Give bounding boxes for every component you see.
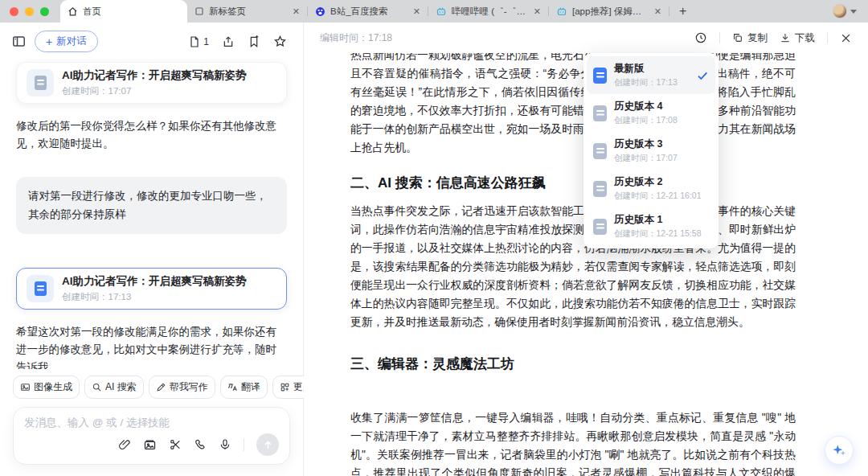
- message-input-box[interactable]: [13, 407, 290, 465]
- document-card-time: 创建时间：17:07: [62, 85, 247, 97]
- skill-image-generation[interactable]: 图像生成: [13, 375, 80, 399]
- document-icon: [593, 143, 607, 159]
- browser-profile[interactable]: [833, 0, 868, 23]
- plus-icon: +: [46, 36, 52, 47]
- favorite-star-icon[interactable]: [273, 35, 287, 48]
- check-icon: [696, 69, 709, 82]
- send-button[interactable]: [256, 433, 279, 456]
- ai-assistant-floating-button[interactable]: [825, 436, 854, 465]
- tab-close-icon[interactable]: ✕: [412, 6, 421, 17]
- document-icon: [593, 181, 607, 197]
- skill-label: 翻译: [241, 380, 260, 394]
- version-history-icon[interactable]: [694, 31, 707, 44]
- user-message: 请对第一段进行修改，修改的更加专业口吻一些，其余的部分保持原样: [16, 177, 287, 234]
- window-controls: [0, 0, 60, 23]
- download-document-button[interactable]: 下载: [780, 31, 815, 45]
- new-chat-button[interactable]: + 新对话: [35, 31, 98, 52]
- skill-ai-search[interactable]: AI 搜索: [84, 375, 144, 399]
- composer-toolbar: [24, 433, 279, 456]
- tab-close-icon[interactable]: ✕: [292, 6, 301, 17]
- tab-close-icon[interactable]: ✕: [533, 6, 542, 17]
- image-icon: [20, 382, 31, 392]
- skill-label: 帮我写作: [170, 380, 208, 394]
- assistant-message: 修改后的第一段你觉得怎么样？如果你还有其他修改意见，欢迎随时提出。: [16, 117, 287, 153]
- tab-bilibili[interactable]: 哔哩哔哩 (゜-゜)つロ ✕: [428, 0, 549, 23]
- tab-label: [app推荐] 保姆级英文: [572, 6, 649, 18]
- version-time: 创建时间：17:07: [614, 153, 678, 164]
- share-icon[interactable]: [222, 35, 235, 48]
- screenshot-scissors-icon[interactable]: [169, 438, 182, 451]
- browser-tabbar: 首页 新标签页 ✕ B站_百度搜索 ✕ 哔哩哔哩 (゜-゜)つロ ✕: [0, 0, 868, 23]
- doc-heading-2: 二、AI 搜索：信息高速公路狂飙: [350, 174, 796, 192]
- document-icon: [593, 105, 607, 121]
- version-name: 历史版本 4: [614, 100, 678, 113]
- tab-close-icon[interactable]: ✕: [653, 6, 662, 17]
- new-tab-button[interactable]: +: [669, 0, 696, 23]
- divider: [244, 438, 244, 451]
- document-card-v2-selected[interactable]: AI助力记者写作：开启超爽写稿新姿势 创建时间：17:13: [16, 268, 287, 310]
- version-history-dropdown: 最新版 创建时间：17:13 历史版本 4 创建时间：17:08: [583, 53, 719, 248]
- message-input[interactable]: [24, 416, 279, 429]
- microphone-icon[interactable]: [219, 438, 231, 451]
- sidebar-header: + 新对话 1: [0, 23, 303, 55]
- version-item-4[interactable]: 历史版本 4 创建时间：17:08: [587, 94, 715, 132]
- divider: [719, 32, 720, 43]
- tabbar-spacer: [696, 0, 833, 23]
- tab-label: 哔哩哔哩 (゜-゜)つロ: [452, 6, 528, 18]
- document-icon: [188, 35, 201, 48]
- close-window-button[interactable]: [10, 7, 18, 16]
- bilibili-icon: [556, 6, 567, 17]
- document-card-title: AI助力记者写作：开启超爽写稿新姿势: [62, 274, 247, 289]
- image-upload-icon[interactable]: [143, 438, 157, 452]
- home-icon: [68, 6, 78, 17]
- document-card-time: 创建时间：17:13: [62, 291, 247, 303]
- baidu-icon: [315, 6, 326, 17]
- tab-label: 首页: [83, 6, 180, 18]
- pen-icon: [156, 382, 166, 392]
- copy-document-button[interactable]: 复制: [732, 31, 768, 45]
- chat-scroll-area[interactable]: AI助力记者写作：开启超爽写稿新姿势 创建时间：17:07 修改后的第一段你觉得…: [0, 55, 303, 369]
- page-icon: [194, 6, 204, 16]
- document-icon: [35, 76, 47, 90]
- phone-call-icon[interactable]: [194, 438, 207, 451]
- document-tile: [27, 275, 54, 302]
- tab-bilibili-baidu-search[interactable]: B站_百度搜索 ✕: [308, 0, 428, 23]
- skill-help-me-write[interactable]: 帮我写作: [149, 375, 215, 399]
- version-item-latest[interactable]: 最新版 创建时间：17:13: [587, 56, 715, 94]
- sidebar-toggle-icon[interactable]: [11, 34, 27, 49]
- divider: [827, 32, 828, 43]
- version-name: 历史版本 1: [614, 213, 702, 227]
- skill-pills: 图像生成 AI 搜索 帮我写作 翻译: [13, 375, 290, 399]
- composer-area: 图像生成 AI 搜索 帮我写作 翻译: [0, 369, 303, 476]
- doc-paragraph-3: 收集了满满一箩筐信息，一键导入编辑器，哇哦！自动分类、重点标记、重复信息 "嗖"…: [350, 408, 796, 476]
- tab-new-tab-page[interactable]: 新标签页 ✕: [187, 0, 308, 23]
- tab-home[interactable]: 首页: [60, 0, 187, 23]
- document-tile: [27, 69, 54, 96]
- document-card-v1[interactable]: AI助力记者写作：开启超爽写稿新姿势 创建时间：17:07: [16, 62, 287, 104]
- tab-app-recommend[interactable]: [app推荐] 保姆级英文 ✕: [549, 0, 669, 23]
- maximize-window-button[interactable]: [40, 7, 49, 16]
- bilibili-icon: [436, 6, 447, 17]
- version-name: 历史版本 2: [614, 175, 702, 189]
- skill-label: AI 搜索: [105, 380, 137, 394]
- doc-heading-3: 三、编辑器：灵感魔法工坊: [350, 355, 796, 373]
- version-name: 最新版: [614, 62, 678, 76]
- document-header: 编辑时间：17:18 复制 下载: [304, 23, 868, 53]
- doc-paragraph-2: 当热点事件突发之际，记者迅速开启该款智能工具的搜索功能，输入人物或事件的核心关键…: [350, 202, 796, 331]
- copy-icon: [732, 32, 743, 43]
- close-document-icon[interactable]: [840, 32, 852, 44]
- version-item-2[interactable]: 历史版本 2 创建时间：12-21 16:01: [587, 170, 715, 207]
- version-item-3[interactable]: 历史版本 3 创建时间：17:07: [587, 132, 715, 170]
- skill-translate[interactable]: 翻译: [220, 375, 268, 399]
- skill-label: 图像生成: [34, 380, 72, 394]
- document-pane: 编辑时间：17:18 复制 下载: [304, 23, 868, 476]
- version-item-1[interactable]: 历史版本 1 创建时间：12-21 15:58: [587, 207, 715, 245]
- minimize-window-button[interactable]: [25, 7, 34, 16]
- artifact-counter[interactable]: 1: [188, 35, 209, 48]
- plus-icon: +: [679, 4, 686, 18]
- version-time: 创建时间：12-21 15:58: [614, 228, 702, 240]
- document-icon: [593, 219, 607, 235]
- bookmark-add-icon[interactable]: [248, 35, 260, 48]
- attachment-icon[interactable]: [118, 438, 131, 451]
- document-icon: [593, 68, 607, 84]
